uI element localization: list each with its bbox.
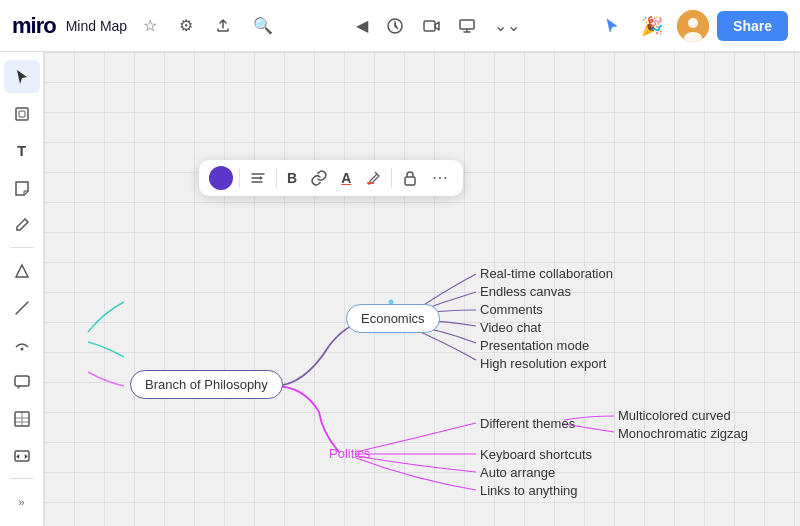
topbar-left: miro Mind Map ☆ ⚙ 🔍 bbox=[12, 12, 279, 39]
export-icon bbox=[215, 18, 231, 34]
text-icon: T bbox=[17, 142, 26, 159]
highlight-icon bbox=[365, 170, 381, 186]
toolbar-separator bbox=[10, 247, 34, 248]
float-toolbar: B A bbox=[199, 160, 463, 196]
embed-tool[interactable] bbox=[4, 439, 40, 472]
share-export-button[interactable] bbox=[209, 14, 237, 38]
svg-rect-1 bbox=[424, 21, 435, 31]
board-title: Mind Map bbox=[66, 18, 127, 34]
svg-point-8 bbox=[20, 347, 23, 350]
sticky-icon bbox=[14, 180, 30, 196]
topbar: miro Mind Map ☆ ⚙ 🔍 ◀ bbox=[0, 0, 800, 52]
template-tool[interactable] bbox=[4, 328, 40, 361]
bold-icon: B bbox=[287, 170, 297, 186]
color-picker-dot[interactable] bbox=[209, 166, 233, 190]
line-tool[interactable] bbox=[4, 291, 40, 324]
app-logo: miro bbox=[12, 13, 56, 39]
lock-icon bbox=[402, 170, 418, 186]
template-icon bbox=[14, 337, 30, 353]
svg-point-4 bbox=[688, 18, 698, 28]
select-tool[interactable] bbox=[4, 60, 40, 93]
ft-separator-1 bbox=[239, 168, 240, 188]
frame-icon bbox=[14, 106, 30, 122]
canvas[interactable]: B A bbox=[44, 52, 800, 526]
text-tool[interactable]: T bbox=[4, 134, 40, 167]
highlight-button[interactable] bbox=[361, 168, 385, 188]
favorite-button[interactable]: ☆ bbox=[137, 12, 163, 39]
more-float-button[interactable]: ··· bbox=[428, 167, 452, 189]
ft-separator-3 bbox=[391, 168, 392, 188]
text-color-button[interactable]: A bbox=[337, 168, 355, 188]
embed-icon bbox=[14, 448, 30, 464]
topbar-right: 🎉 Share bbox=[597, 10, 788, 42]
svg-rect-7 bbox=[19, 111, 25, 117]
present-button[interactable] bbox=[452, 13, 482, 39]
svg-rect-2 bbox=[460, 20, 474, 29]
nav-prev-button[interactable]: ◀ bbox=[350, 12, 374, 39]
shape-tool[interactable] bbox=[4, 254, 40, 287]
pen-tool[interactable] bbox=[4, 208, 40, 241]
ft-separator-2 bbox=[276, 168, 277, 188]
cursor-button[interactable] bbox=[597, 13, 627, 39]
cursor-icon bbox=[603, 17, 621, 35]
economics-label: Economics bbox=[361, 311, 425, 326]
more-icon: » bbox=[18, 496, 24, 508]
left-toolbar: T bbox=[0, 52, 44, 526]
more-center-button[interactable]: ⌄⌄ bbox=[488, 12, 526, 39]
party-button[interactable]: 🎉 bbox=[635, 11, 669, 41]
ellipsis-icon: ··· bbox=[432, 169, 448, 187]
align-button[interactable] bbox=[246, 168, 270, 188]
avatar[interactable] bbox=[677, 10, 709, 42]
toolbar-separator-2 bbox=[10, 478, 34, 479]
main: T bbox=[0, 52, 800, 526]
comment-icon bbox=[14, 374, 30, 390]
link-button[interactable] bbox=[307, 168, 331, 188]
search-button[interactable]: 🔍 bbox=[247, 12, 279, 39]
align-icon bbox=[250, 170, 266, 186]
svg-rect-9 bbox=[15, 376, 29, 386]
video-button[interactable] bbox=[416, 13, 446, 39]
lock-button[interactable] bbox=[398, 168, 422, 188]
root-node-label: Branch of Philosophy bbox=[145, 377, 268, 392]
root-node[interactable]: Branch of Philosophy bbox=[130, 370, 283, 399]
table-icon bbox=[14, 411, 30, 427]
select-icon bbox=[15, 69, 29, 85]
pen-icon bbox=[14, 217, 30, 233]
text-color-icon: A bbox=[341, 170, 351, 186]
settings-button[interactable]: ⚙ bbox=[173, 12, 199, 39]
topbar-center: ◀ ⌄⌄ bbox=[350, 12, 526, 39]
svg-rect-6 bbox=[16, 108, 28, 120]
svg-rect-12 bbox=[405, 177, 415, 185]
frame-tool[interactable] bbox=[4, 97, 40, 130]
table-tool[interactable] bbox=[4, 402, 40, 435]
economics-node[interactable]: Economics bbox=[346, 304, 440, 333]
mindmap-svg bbox=[44, 52, 800, 526]
link-icon bbox=[311, 170, 327, 186]
timer-button[interactable] bbox=[380, 13, 410, 39]
bold-button[interactable]: B bbox=[283, 168, 301, 188]
video-icon bbox=[422, 17, 440, 35]
line-icon bbox=[14, 300, 30, 316]
more-tools-button[interactable]: » bbox=[4, 485, 40, 518]
sticky-tool[interactable] bbox=[4, 171, 40, 204]
timer-icon bbox=[386, 17, 404, 35]
user-avatar bbox=[677, 10, 709, 42]
comment-tool[interactable] bbox=[4, 365, 40, 398]
share-button[interactable]: Share bbox=[717, 11, 788, 41]
present-icon bbox=[458, 17, 476, 35]
shape-icon bbox=[14, 263, 30, 279]
